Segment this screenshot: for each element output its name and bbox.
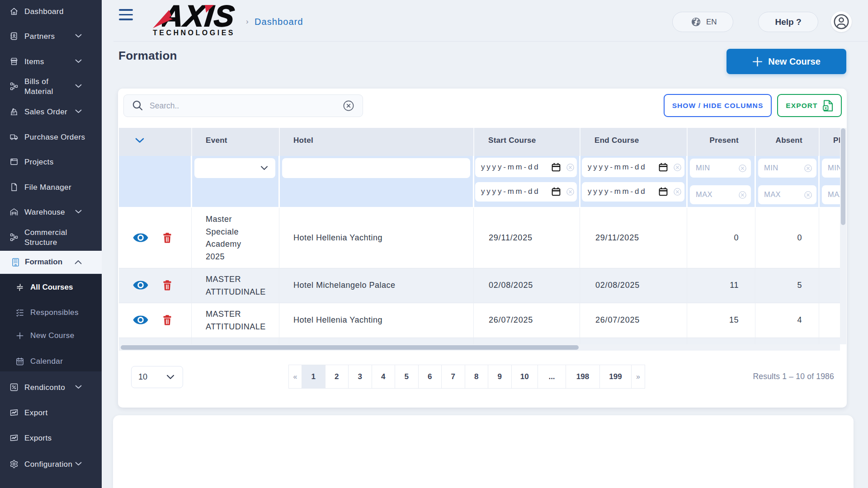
svg-text:x: x [824,105,827,110]
